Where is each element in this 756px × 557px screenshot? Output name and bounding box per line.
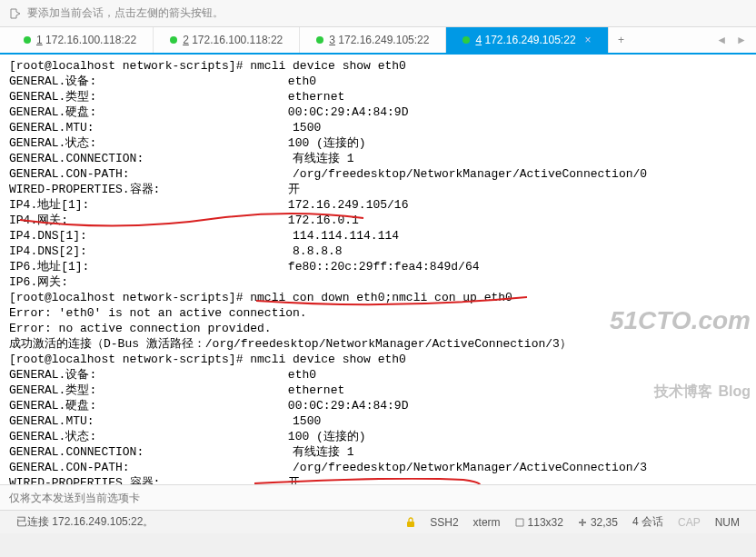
arrow-add-icon bbox=[9, 7, 22, 20]
tab-3[interactable]: 3 172.16.249.105:22 bbox=[300, 27, 446, 53]
status-size-value: 113x32 bbox=[528, 516, 563, 529]
status-ssh: SSH2 bbox=[423, 516, 465, 529]
terminal-line: GENERAL.CONNECTION: 有线连接 1 bbox=[9, 444, 747, 460]
send-command-bar bbox=[0, 484, 756, 510]
tab-num: 3 bbox=[329, 34, 335, 46]
size-icon bbox=[515, 518, 524, 527]
terminal-line: WIRED-PROPERTIES.容器: 开 bbox=[9, 475, 747, 484]
terminal-line: GENERAL.状态: 100 (连接的) bbox=[9, 135, 747, 151]
status-bar: 已连接 172.16.249.105:22。 SSH2 xterm 113x32… bbox=[0, 510, 756, 533]
terminal-line: GENERAL.MTU: 1500 bbox=[9, 120, 747, 135]
status-dot-icon bbox=[316, 36, 323, 44]
tab-label: 172.16.100.118:22 bbox=[192, 34, 283, 46]
tab-num: 2 bbox=[183, 34, 189, 46]
terminal-line: GENERAL.设备: eth0 bbox=[9, 74, 747, 89]
terminal-line: IP4.DNS[1]: 114.114.114.114 bbox=[9, 228, 747, 244]
terminal-line: [root@localhost network-scripts]# nmcli … bbox=[9, 58, 747, 74]
terminal-line: Error: 'eth0' is not an active connectio… bbox=[9, 305, 747, 321]
status-dot-icon bbox=[463, 36, 470, 44]
terminal-line: GENERAL.MTU: 1500 bbox=[9, 413, 747, 429]
terminal-line: IP4.网关: 172.16.0.1 bbox=[9, 213, 747, 228]
status-cursor: 32,35 bbox=[571, 516, 625, 529]
terminal-line: WIRED-PROPERTIES.容器: 开 bbox=[9, 182, 747, 197]
tab-label: 172.16.249.105:22 bbox=[484, 34, 575, 46]
terminal-line: GENERAL.CON-PATH: /org/freedesktop/Netwo… bbox=[9, 166, 747, 182]
send-command-input[interactable] bbox=[9, 492, 300, 504]
tab-prev-icon[interactable]: ◄ bbox=[716, 34, 727, 46]
tab-label: 172.16.249.105:22 bbox=[338, 34, 429, 46]
terminal-line: IP4.DNS[2]: 8.8.8.8 bbox=[9, 244, 747, 259]
tab-num: 1 bbox=[36, 34, 43, 46]
terminal-line: GENERAL.硬盘: 00:0C:29:A4:84:9D bbox=[9, 398, 747, 413]
tab-next-icon[interactable]: ► bbox=[736, 34, 747, 46]
status-term: xterm bbox=[466, 516, 508, 529]
terminal-line: IP6.网关: bbox=[9, 274, 747, 290]
terminal-line: [root@localhost network-scripts]# nmcli … bbox=[9, 352, 747, 367]
status-dot-icon bbox=[170, 36, 177, 44]
tab-4[interactable]: 4 172.16.249.105:22 × bbox=[446, 27, 608, 53]
terminal-line: GENERAL.类型: ethernet bbox=[9, 383, 747, 398]
terminal-line: GENERAL.类型: ethernet bbox=[9, 89, 747, 104]
tab-label: 172.16.100.118:22 bbox=[45, 34, 136, 46]
terminal-line: [root@localhost network-scripts]# nmcli … bbox=[9, 290, 747, 305]
status-caps: CAP bbox=[671, 516, 708, 529]
terminal-line: 成功激活的连接（D-Bus 激活路径：/org/freedesktop/Netw… bbox=[9, 336, 747, 352]
close-icon[interactable]: × bbox=[576, 34, 592, 46]
tab-num: 4 bbox=[475, 34, 482, 46]
terminal-line: Error: no active connection provided. bbox=[9, 321, 747, 336]
status-connection: 已连接 172.16.249.105:22。 bbox=[9, 514, 399, 530]
status-dot-icon bbox=[24, 36, 31, 44]
terminal-line: GENERAL.硬盘: 00:0C:29:A4:84:9D bbox=[9, 104, 747, 120]
tab-bar: 1 172.16.100.118:22 2 172.16.100.118:22 … bbox=[0, 27, 756, 55]
lock-icon bbox=[399, 517, 423, 528]
status-size: 113x32 bbox=[508, 516, 571, 529]
terminal-line: GENERAL.CONNECTION: 有线连接 1 bbox=[9, 151, 747, 166]
status-cursor-value: 32,35 bbox=[591, 516, 618, 529]
hint-text: 要添加当前会话，点击左侧的箭头按钮。 bbox=[27, 5, 224, 21]
tab-1[interactable]: 1 172.16.100.118:22 bbox=[7, 27, 154, 53]
status-sessions: 4 会话 bbox=[625, 514, 671, 530]
tab-2[interactable]: 2 172.16.100.118:22 bbox=[154, 27, 300, 53]
terminal-line: IP4.地址[1]: 172.16.249.105/16 bbox=[9, 197, 747, 213]
terminal-line: GENERAL.设备: eth0 bbox=[9, 367, 747, 383]
status-num: NUM bbox=[708, 516, 747, 529]
session-hint-bar: 要添加当前会话，点击左侧的箭头按钮。 bbox=[0, 0, 756, 27]
terminal-output[interactable]: [root@localhost network-scripts]# nmcli … bbox=[0, 55, 756, 484]
terminal-line: GENERAL.CON-PATH: /org/freedesktop/Netwo… bbox=[9, 460, 747, 475]
tab-nav: ◄ ► bbox=[716, 27, 756, 53]
new-tab-button[interactable]: + bbox=[609, 27, 634, 53]
terminal-line: IP6.地址[1]: fe80::20c:29ff:fea4:849d/64 bbox=[9, 259, 747, 274]
terminal-line: GENERAL.状态: 100 (连接的) bbox=[9, 429, 747, 444]
cursor-pos-icon bbox=[578, 518, 587, 527]
svg-rect-2 bbox=[579, 522, 586, 523]
svg-rect-0 bbox=[407, 522, 414, 527]
